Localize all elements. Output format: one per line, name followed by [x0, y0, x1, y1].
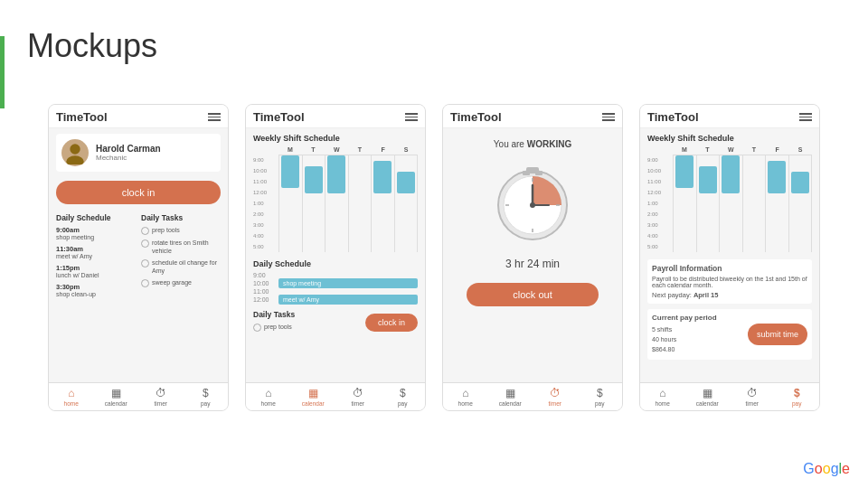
- cal-body: 9:00 10:00 11:00 12:00 1:00 2:00 3:00 4:…: [253, 155, 418, 252]
- working-prefix: You are: [494, 139, 527, 149]
- nav-pay[interactable]: $ pay: [184, 387, 229, 407]
- nav-calendar-3[interactable]: ▦ calendar: [488, 387, 533, 407]
- next-payday-date: April 15: [693, 291, 719, 299]
- task-circle-1: [141, 227, 149, 235]
- ds-row-1: 9:00: [253, 272, 418, 278]
- nav-timer-label-2: timer: [352, 400, 364, 407]
- task-text-2: rotate tires on Smith vehicle: [152, 239, 221, 255]
- schedule-time-1: 9:00am: [56, 226, 136, 234]
- pay-icon-2: $: [400, 387, 406, 399]
- google-o1: o: [815, 461, 823, 476]
- ds-time-3: 11:00: [253, 288, 275, 295]
- ds-event-1: shop meeting: [278, 278, 418, 288]
- hamburger-icon-4[interactable]: [799, 113, 812, 121]
- pay-icon: $: [203, 387, 209, 399]
- task-circle-2: [141, 239, 149, 248]
- payroll-section: Payroll Information Payroll to be distri…: [647, 259, 812, 304]
- submit-time-button[interactable]: submit time: [748, 324, 807, 345]
- task-item-3: schedule oil change for Amy: [141, 258, 221, 275]
- nav-home-3[interactable]: ⌂ home: [443, 387, 488, 407]
- schedule-time-4: 3:30pm: [56, 283, 136, 291]
- time-1100: 11:00: [253, 176, 278, 187]
- tasks-col: Daily Tasks prep tools rotate tires on S…: [141, 213, 221, 302]
- cal-block-4t1: [699, 166, 717, 193]
- nav-timer-3[interactable]: ⏱ timer: [533, 387, 578, 407]
- phone-2: TimeTool Weekly Shift Schedule M T W T F…: [245, 104, 426, 411]
- nav-timer[interactable]: ⏱ timer: [138, 387, 184, 407]
- nav-calendar-2[interactable]: ▦ calendar: [291, 387, 336, 407]
- time4-900: 9:00: [647, 155, 673, 165]
- nav-pay-3[interactable]: $ pay: [578, 387, 623, 407]
- phone-1: TimeTool Harold Carman Mechanic clock in: [48, 104, 229, 411]
- phone1-header: TimeTool: [49, 105, 228, 128]
- cal-col-4m: [674, 155, 697, 252]
- calendar-icon: ▦: [111, 387, 121, 399]
- phone1-title: TimeTool: [56, 110, 108, 124]
- nav-calendar-4[interactable]: ▦ calendar: [685, 387, 731, 407]
- nav-pay-4[interactable]: $ pay: [775, 387, 820, 407]
- hamburger-icon[interactable]: [208, 113, 221, 121]
- task-item-1: prep tools: [141, 226, 221, 235]
- nav-timer-4[interactable]: ⏱ timer: [730, 387, 775, 407]
- svg-point-9: [530, 202, 535, 208]
- nav-timer-label: timer: [155, 400, 167, 407]
- svg-rect-4: [523, 171, 530, 175]
- daily-tasks-title: Daily Tasks: [253, 310, 295, 319]
- cal-col-4f: [766, 155, 789, 252]
- schedule-item-4: 3:30pm shop clean-up: [56, 283, 136, 297]
- working-text: You are WORKING: [494, 139, 571, 149]
- nav-pay-2[interactable]: $ pay: [381, 387, 426, 407]
- nav-home[interactable]: ⌂ home: [49, 387, 94, 407]
- nav-home-label: home: [64, 400, 79, 407]
- profile-info: Harold Carman Mechanic: [96, 144, 161, 162]
- phone4-body: Weekly Shift Schedule M T W T F S 9:00 1…: [640, 128, 819, 382]
- clock-visual: [487, 158, 578, 249]
- nav-timer-2[interactable]: ⏱ timer: [335, 387, 381, 407]
- calendar-icon-2: ▦: [308, 387, 318, 399]
- pay-period-title: Current pay period: [652, 314, 717, 322]
- nav-home-4[interactable]: ⌂ home: [640, 387, 685, 407]
- home-icon: ⌂: [68, 387, 74, 399]
- page-title: Mockups: [27, 27, 157, 65]
- time4-500: 5:00: [647, 241, 673, 252]
- nav-calendar-label-4: calendar: [696, 400, 719, 407]
- hamburger-icon-3[interactable]: [602, 113, 615, 121]
- cal-header-4: M T W T F S: [647, 146, 812, 153]
- phone4-title: TimeTool: [647, 110, 699, 124]
- time-1000: 10:00: [253, 165, 278, 176]
- cal-col-w: [326, 155, 349, 252]
- timer-icon: ⏱: [156, 387, 166, 399]
- nav-calendar[interactable]: ▦ calendar: [94, 387, 139, 407]
- hamburger-icon-2[interactable]: [405, 113, 418, 121]
- weekly-title: Weekly Shift Schedule: [253, 134, 418, 143]
- profile-name: Harold Carman: [96, 144, 161, 154]
- phone3-body: You are WORKING: [443, 128, 622, 312]
- cal-time-spacer-4: [647, 146, 673, 153]
- clock-in-button-2[interactable]: clock in: [365, 314, 418, 332]
- phone2-header: TimeTool: [246, 105, 425, 128]
- google-logo: Google: [803, 461, 850, 477]
- task-item-2: rotate tires on Smith vehicle: [141, 239, 221, 255]
- pay-icon-3: $: [597, 387, 603, 399]
- daily-schedule: 9:00 10:00 shop meeting 11:00 12:00 meet…: [253, 272, 418, 305]
- nav-home-label-3: home: [458, 400, 473, 407]
- phone4-header: TimeTool: [640, 105, 819, 128]
- ds-row-3: 11:00: [253, 288, 418, 295]
- schedule-desc-4: shop clean-up: [56, 291, 136, 297]
- pay-amount: $864.80: [652, 344, 717, 354]
- phone1-body: Harold Carman Mechanic clock in Daily Sc…: [49, 128, 228, 382]
- clock-out-button[interactable]: clock out: [467, 283, 599, 306]
- cal-day-t: T: [302, 146, 326, 153]
- ds-time-1: 9:00: [253, 272, 275, 278]
- cal-day-4m: M: [673, 146, 696, 153]
- timer-icon-2: ⏱: [353, 387, 363, 399]
- calendar-icon-4: ▦: [703, 387, 712, 399]
- next-payday-label: Next payday:: [652, 291, 692, 299]
- svg-rect-5: [535, 171, 542, 175]
- svg-point-0: [70, 144, 80, 154]
- clock-in-button[interactable]: clock in: [56, 181, 221, 204]
- nav-home-2[interactable]: ⌂ home: [246, 387, 291, 407]
- cal-day-4w: W: [719, 146, 742, 153]
- phone2-body: Weekly Shift Schedule M T W T F S 9:00 1…: [246, 128, 425, 382]
- schedule-time-2: 11:30am: [56, 245, 136, 253]
